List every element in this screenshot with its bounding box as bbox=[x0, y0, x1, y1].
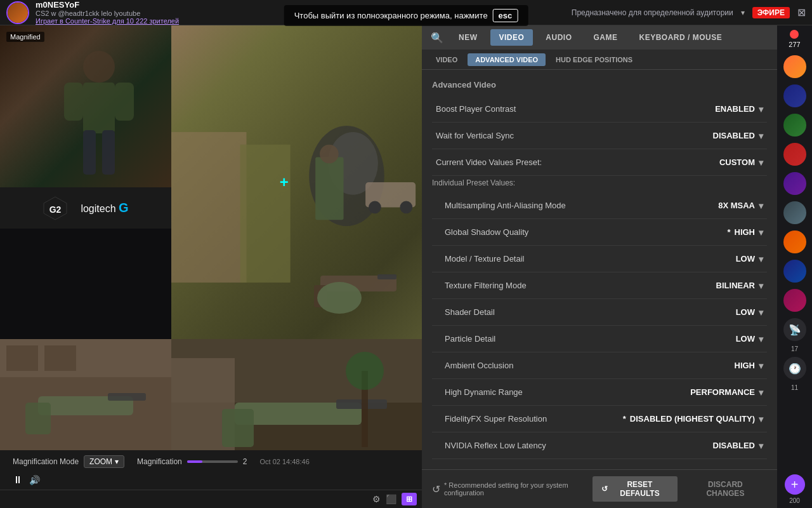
shadow-quality-label: Global Shadow Quality bbox=[445, 227, 528, 237]
setting-row-texture-filtering: Texture Filtering Mode BILINEAR ▾ bbox=[432, 272, 767, 299]
top-bar-right: Предназначено для определенной аудитории… bbox=[572, 6, 806, 18]
shader-detail-value[interactable]: LOW ▾ bbox=[736, 307, 763, 318]
texture-filtering-value[interactable]: BILINEAR ▾ bbox=[716, 281, 763, 291]
preset-value[interactable]: CUSTOM ▾ bbox=[719, 157, 763, 168]
sidebar-count-3: 200 bbox=[789, 497, 800, 504]
setting-row-shadow-quality: Global Shadow Quality * HIGH ▾ bbox=[432, 219, 767, 246]
msaa-label: Multisampling Anti-Aliasing Mode bbox=[445, 201, 566, 210]
mag-mode-dropdown[interactable]: ZOOM ▾ bbox=[84, 455, 124, 468]
volume-icon[interactable]: 🔊 bbox=[29, 475, 40, 485]
search-icon[interactable]: 🔍 bbox=[428, 29, 446, 46]
channel-subtitle: CS2 w @headtr1ckk lelo lyoutube bbox=[36, 10, 179, 17]
sidebar-item[interactable] bbox=[783, 114, 806, 137]
svg-rect-1 bbox=[83, 83, 115, 133]
hdr-value[interactable]: PERFORMANCE ▾ bbox=[690, 387, 763, 398]
sidebar-item[interactable] bbox=[783, 143, 806, 166]
sub-tab-hud[interactable]: HUD EDGE POSITIONS bbox=[548, 53, 640, 66]
timestamp: Oct 02 14:48:46 bbox=[259, 458, 309, 465]
svg-rect-23 bbox=[6, 345, 38, 371]
tab-new[interactable]: NEW bbox=[450, 29, 487, 46]
nvidia-reflex-label: NVIDIA Reflex Low Latency bbox=[445, 441, 546, 450]
subsection-title: Individual Preset Values: bbox=[432, 178, 767, 187]
boost-player-contrast-value[interactable]: ENABLED ▾ bbox=[715, 104, 763, 114]
svg-rect-8 bbox=[171, 132, 247, 283]
pause-button[interactable]: ⏸ bbox=[13, 474, 23, 486]
msaa-value[interactable]: 8X MSAA ▾ bbox=[718, 201, 763, 211]
theater-icon[interactable]: ⬛ bbox=[386, 494, 396, 504]
bottom-strip: Magnified bbox=[0, 339, 422, 450]
vsync-value[interactable]: DISABLED ▾ bbox=[713, 131, 763, 141]
game-bottom-left: Magnified bbox=[0, 339, 171, 450]
sidebar-item[interactable] bbox=[783, 172, 806, 195]
section-title: Advanced Video bbox=[432, 80, 767, 90]
reset-icon: ↺ bbox=[601, 485, 608, 493]
texture-filtering-label: Texture Filtering Mode bbox=[445, 281, 527, 290]
chevron-down-icon: ▾ bbox=[759, 227, 763, 237]
esc-banner: Чтобы выйти из полноэкранного режима, на… bbox=[284, 5, 528, 26]
dropdown-arrow-icon[interactable]: ▾ bbox=[741, 8, 745, 17]
sidebar-add-button[interactable]: + bbox=[785, 474, 805, 495]
sub-tab-video[interactable]: VIDEO bbox=[428, 53, 465, 66]
crosshair: + bbox=[280, 173, 289, 191]
svg-point-0 bbox=[83, 51, 115, 83]
svg-rect-26 bbox=[25, 403, 51, 434]
shadow-quality-value[interactable]: * HIGH ▾ bbox=[727, 227, 763, 237]
weapon-icon bbox=[282, 250, 409, 326]
mag-mode-value: ZOOM bbox=[89, 457, 112, 466]
viewers-icon bbox=[789, 29, 799, 39]
settings-icon[interactable]: ⚙ bbox=[372, 494, 381, 504]
texture-detail-label: Model / Texture Detail bbox=[445, 254, 525, 264]
svg-point-13 bbox=[320, 145, 339, 164]
mag-controls: Magnification Mode ZOOM ▾ Magnification bbox=[6, 453, 416, 471]
tab-video[interactable]: VIDEO bbox=[490, 29, 534, 46]
sidebar-gift-icon[interactable]: 📡 bbox=[783, 318, 806, 341]
audience-label: Предназначено для определенной аудитории bbox=[572, 8, 733, 17]
nvidia-reflex-value[interactable]: DISABLED ▾ bbox=[713, 441, 763, 451]
svg-point-15 bbox=[369, 201, 381, 214]
svg-point-16 bbox=[400, 201, 412, 214]
svg-point-36 bbox=[790, 30, 799, 39]
svg-rect-12 bbox=[315, 157, 343, 220]
sponsor-bar: G2 logitech G bbox=[0, 187, 171, 229]
sidebar-item[interactable] bbox=[783, 55, 806, 78]
tab-game[interactable]: GAME bbox=[585, 29, 627, 46]
tab-keyboard-mouse[interactable]: KEYBOARD / MOUSE bbox=[631, 29, 731, 46]
sidebar-item[interactable] bbox=[783, 260, 806, 283]
sidebar-item[interactable] bbox=[783, 84, 806, 107]
player-silhouette bbox=[51, 48, 147, 187]
setting-row-fidelityfx: FidelityFX Super Resolution * DISABLED (… bbox=[432, 406, 767, 432]
discard-changes-button[interactable]: DISCARD CHANGES bbox=[684, 476, 767, 502]
mag-slider[interactable] bbox=[187, 460, 238, 463]
setting-row-ambient-occlusion: Ambient Occlusion HIGH ▾ bbox=[432, 352, 767, 379]
sidebar-item[interactable] bbox=[783, 289, 806, 312]
chevron-down-icon: ▾ bbox=[115, 457, 119, 466]
footer-actions: ↺ RESET DEFAULTS DISCARD CHANGES bbox=[593, 476, 767, 502]
ambient-occlusion-value[interactable]: HIGH ▾ bbox=[735, 361, 764, 371]
texture-detail-value[interactable]: LOW ▾ bbox=[736, 254, 763, 264]
setting-row-msaa: Multisampling Anti-Aliasing Mode 8X MSAA… bbox=[432, 192, 767, 219]
svg-text:G2: G2 bbox=[49, 204, 62, 215]
tab-audio[interactable]: AUDIO bbox=[537, 29, 580, 46]
avatar[interactable] bbox=[6, 1, 29, 24]
chevron-down-icon: ▾ bbox=[759, 361, 763, 371]
svg-rect-3 bbox=[115, 83, 134, 121]
mag-label: Magnification bbox=[137, 457, 182, 466]
bottom-left-bg bbox=[0, 339, 171, 450]
esc-banner-text: Чтобы выйти из полноэкранного режима, на… bbox=[294, 11, 488, 20]
svg-rect-4 bbox=[83, 130, 96, 175]
close-icon[interactable]: ⊠ bbox=[797, 6, 806, 18]
reset-defaults-button[interactable]: ↺ RESET DEFAULTS bbox=[593, 476, 678, 502]
sidebar-clock-icon[interactable]: 🕐 bbox=[783, 357, 806, 380]
chevron-down-icon: ▾ bbox=[759, 104, 763, 114]
sidebar-item[interactable] bbox=[783, 231, 806, 253]
particle-detail-value[interactable]: LOW ▾ bbox=[736, 334, 763, 344]
channel-playing: Играет в Counter-Strike для 10 222 зрите… bbox=[36, 17, 179, 25]
fidelityfx-value[interactable]: * DISABLED (HIGHEST QUALITY) ▾ bbox=[623, 414, 763, 424]
vsync-label: Wait for Vertical Sync bbox=[436, 131, 514, 140]
fidelityfx-label: FidelityFX Super Resolution bbox=[445, 414, 547, 424]
sub-tab-advanced-video[interactable]: ADVANCED VIDEO bbox=[468, 53, 546, 66]
settings-content: Advanced Video Boost Player Contrast ENA… bbox=[422, 70, 777, 469]
fullscreen-icon[interactable]: ⊞ bbox=[402, 493, 417, 505]
sidebar-item[interactable] bbox=[783, 201, 806, 224]
nav-tabs-top: 🔍 NEW VIDEO AUDIO GAME KEYBOARD / MOUSE bbox=[422, 25, 777, 50]
